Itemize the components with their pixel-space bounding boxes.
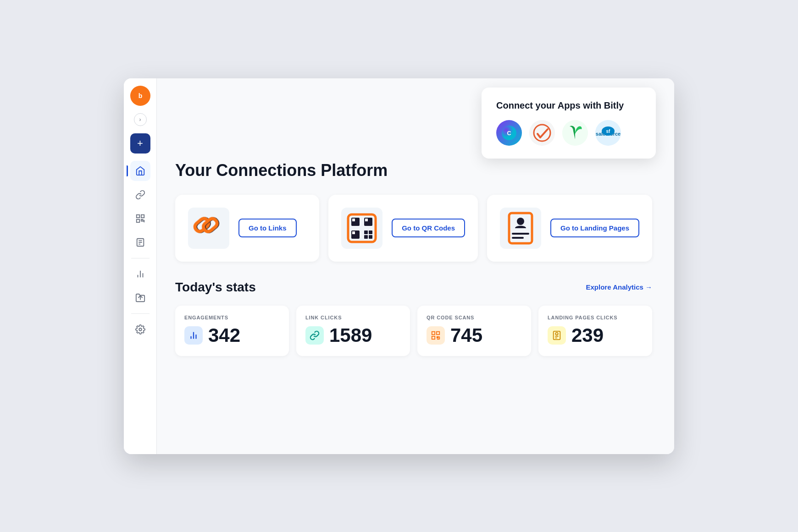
app-icon-salesforce[interactable]: salesforce sf: [595, 120, 621, 146]
create-button[interactable]: +: [130, 133, 150, 154]
links-nav-card: Go to Links: [175, 195, 319, 262]
stat-bottom-engagements: 342: [184, 326, 280, 345]
svg-rect-35: [364, 230, 368, 234]
svg-rect-48: [437, 331, 439, 334]
svg-rect-30: [352, 219, 355, 221]
connect-apps-card: Connect your Apps with Bitly: [482, 88, 656, 159]
stat-icon-lp-clicks: [548, 326, 566, 345]
svg-rect-4: [136, 219, 139, 222]
stat-icon-engagements: [184, 326, 203, 345]
app-icon-sprout[interactable]: [562, 120, 588, 146]
sidebar-divider: [131, 258, 150, 258]
stat-value-link-clicks: 1589: [329, 326, 372, 345]
stats-row: ENGAGEMENTS 342: [175, 306, 652, 356]
svg-rect-36: [369, 230, 372, 234]
svg-rect-43: [512, 237, 524, 239]
svg-rect-47: [432, 331, 435, 334]
svg-text:b: b: [138, 92, 142, 99]
svg-text:sf: sf: [606, 129, 611, 134]
svg-point-55: [555, 332, 558, 335]
explore-analytics-link[interactable]: Explore Analytics →: [586, 283, 653, 291]
sidebar: b › +: [124, 78, 157, 454]
svg-rect-37: [364, 235, 368, 239]
stat-label-lp-clicks: LANDING PAGES CLICKS: [548, 315, 643, 320]
sidebar-item-settings[interactable]: [130, 319, 150, 340]
sidebar-item-links[interactable]: [130, 185, 150, 205]
go-to-qr-codes-button[interactable]: Go to QR Codes: [392, 219, 465, 237]
stat-bottom-qr-scans: 745: [427, 326, 522, 345]
main-content: Connect your Apps with Bitly: [157, 78, 674, 454]
svg-rect-50: [437, 336, 438, 338]
landing-pages-nav-card: Go to Landing Pages: [487, 195, 652, 262]
svg-point-16: [139, 328, 142, 331]
stat-bottom-link-clicks: 1589: [305, 326, 401, 345]
stat-label-qr-scans: QR CODE SCANS: [427, 315, 522, 320]
svg-rect-32: [365, 219, 368, 221]
stats-title: Today's stats: [175, 280, 256, 295]
svg-rect-34: [352, 231, 355, 234]
go-to-links-button[interactable]: Go to Links: [238, 219, 297, 237]
app-icon-canva[interactable]: C: [496, 120, 522, 146]
svg-text:C: C: [507, 130, 511, 136]
svg-rect-2: [136, 214, 139, 217]
sidebar-item-analytics[interactable]: [130, 264, 150, 284]
svg-rect-5: [141, 219, 143, 221]
stat-card-lp-clicks: LANDING PAGES CLICKS 239: [538, 306, 652, 356]
connect-apps-list: C: [496, 120, 641, 146]
stat-icon-link-clicks: [305, 326, 324, 345]
stat-card-link-clicks: LINK CLICKS 1589: [296, 306, 410, 356]
nav-cards-row: Go to Links: [175, 195, 652, 262]
landing-pages-icon: [500, 208, 541, 249]
connect-card-title: Connect your Apps with Bitly: [496, 100, 641, 111]
sidebar-toggle-button[interactable]: ›: [134, 113, 147, 126]
sidebar-divider-2: [131, 313, 150, 314]
sidebar-item-landing-pages[interactable]: [130, 232, 150, 252]
go-to-landing-pages-button[interactable]: Go to Landing Pages: [550, 219, 639, 237]
logo[interactable]: b: [130, 86, 150, 106]
svg-rect-38: [369, 235, 372, 239]
stats-section: Today's stats Explore Analytics → ENGAGE…: [175, 280, 652, 356]
stat-card-engagements: ENGAGEMENTS 342: [175, 306, 289, 356]
stat-card-qr-scans: QR CODE SCANS: [417, 306, 531, 356]
stat-label-link-clicks: LINK CLICKS: [305, 315, 401, 320]
qr-codes-icon: [341, 208, 382, 249]
stat-value-qr-scans: 745: [450, 326, 482, 345]
links-icon: [188, 208, 229, 249]
sidebar-item-campaigns[interactable]: [130, 288, 150, 308]
stat-label-engagements: ENGAGEMENTS: [184, 315, 280, 320]
stat-value-lp-clicks: 239: [571, 326, 604, 345]
sidebar-item-qr-codes[interactable]: [130, 208, 150, 229]
stat-icon-qr-scans: [427, 326, 445, 345]
browser-window: b › +: [124, 78, 674, 454]
sidebar-item-home[interactable]: [130, 161, 150, 181]
page-title: Your Connections Platform: [175, 161, 652, 180]
svg-rect-42: [512, 233, 529, 235]
stats-header: Today's stats Explore Analytics →: [175, 280, 652, 295]
svg-rect-49: [432, 336, 435, 339]
stat-value-engagements: 342: [208, 326, 240, 345]
svg-rect-3: [141, 214, 144, 217]
qr-codes-nav-card: Go to QR Codes: [328, 195, 478, 262]
svg-point-41: [517, 218, 524, 225]
app-icon-check[interactable]: [529, 120, 555, 146]
svg-point-19: [529, 120, 555, 146]
stat-bottom-lp-clicks: 239: [548, 326, 643, 345]
